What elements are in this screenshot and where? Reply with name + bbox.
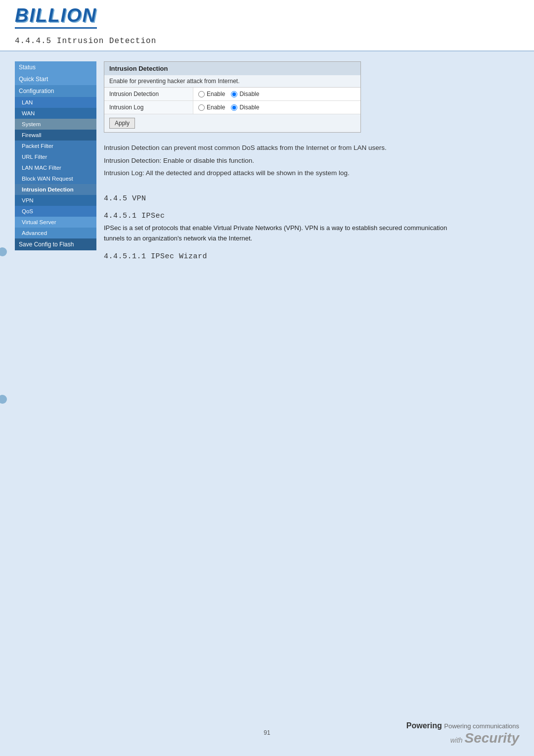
branding-with-security: with Security xyxy=(406,730,519,746)
description-para2: Intrusion Detection: Enable or disable t… xyxy=(104,155,450,166)
section-44511-heading: 4.4.5.1.1 IPSec Wizard xyxy=(104,252,519,261)
detection-value-2: Enable Disable xyxy=(193,101,360,114)
sidebar-item-lan-mac-filter[interactable]: LAN MAC Filter xyxy=(15,162,96,173)
detection-panel-title: Intrusion Detection xyxy=(104,62,360,75)
sidebar-item-wan[interactable]: WAN xyxy=(15,108,96,119)
sidebar-item-qos[interactable]: QoS xyxy=(15,206,96,217)
apply-row: Apply xyxy=(104,114,360,132)
description-para1: Intrusion Detection can prevent most com… xyxy=(104,142,450,153)
sidebar-item-intrusion-detection[interactable]: Intrusion Detection xyxy=(15,184,96,195)
detection-panel: Intrusion Detection Enable for preventin… xyxy=(104,61,361,133)
sidebar-item-block-wan[interactable]: Block WAN Request xyxy=(15,173,96,184)
section-445-heading: 4.4.5 VPN xyxy=(104,194,519,203)
sidebar-item-lan[interactable]: LAN xyxy=(15,97,96,108)
detection-panel-subtitle: Enable for preventing hacker attack from… xyxy=(104,75,360,88)
detection-row-2: Intrusion Log Enable Disable xyxy=(104,101,360,114)
sidebar-item-advanced[interactable]: Advanced xyxy=(15,228,96,238)
decorative-circles xyxy=(0,247,7,542)
detection-disable-label-2[interactable]: Disable xyxy=(231,104,259,111)
detection-enable-radio-2[interactable] xyxy=(198,104,205,111)
header: BILLION 4.4.4.5 Intrusion Detection xyxy=(0,0,534,51)
detection-disable-label-1[interactable]: Disable xyxy=(231,91,259,97)
detection-label-2: Intrusion Log xyxy=(104,101,193,114)
page-number: 91 xyxy=(264,729,270,736)
detection-value-1: Enable Disable xyxy=(193,88,360,100)
sidebar-item-status[interactable]: Status xyxy=(15,61,96,73)
detection-row-1: Intrusion Detection Enable Disable xyxy=(104,88,360,101)
deco-circle-2 xyxy=(0,395,7,404)
main-layout: Status Quick Start Configuration LAN WAN… xyxy=(0,51,534,274)
branding: Powering Powering communications with Se… xyxy=(406,721,519,746)
sidebar-item-system[interactable]: System xyxy=(15,119,96,130)
branding-security-text: Security xyxy=(465,730,520,746)
sidebar-item-firewall[interactable]: Firewall xyxy=(15,130,96,141)
detection-disable-text-2: Disable xyxy=(239,104,259,111)
detection-disable-radio-2[interactable] xyxy=(231,104,237,111)
section-4451-heading: 4.4.5.1 IPSec xyxy=(104,212,519,220)
page-heading: 4.4.4.5 Intrusion Detection xyxy=(15,32,519,50)
sidebar-item-virtual-server[interactable]: Virtual Server xyxy=(15,217,96,228)
description-area: Intrusion Detection can prevent most com… xyxy=(104,133,450,186)
logo: BILLION xyxy=(15,5,97,29)
detection-enable-radio-1[interactable] xyxy=(198,91,205,97)
apply-button[interactable]: Apply xyxy=(109,118,135,129)
content-area: Intrusion Detection Enable for preventin… xyxy=(104,61,519,264)
sidebar-item-packet-filter[interactable]: Packet Filter xyxy=(15,141,96,151)
detection-enable-text-2: Enable xyxy=(207,104,225,111)
detection-enable-label-2[interactable]: Enable xyxy=(198,104,225,111)
sidebar-item-configuration[interactable]: Configuration xyxy=(15,85,96,97)
sidebar-item-url-filter[interactable]: URL Filter xyxy=(15,151,96,162)
detection-enable-text-1: Enable xyxy=(207,91,225,97)
sidebar-item-vpn[interactable]: VPN xyxy=(15,195,96,206)
section-4451-body: IPSec is a set of protocols that enable … xyxy=(104,223,450,244)
description-para3: Intrusion Log: All the detected and drop… xyxy=(104,168,450,179)
deco-circle-1 xyxy=(0,247,7,256)
detection-enable-label-1[interactable]: Enable xyxy=(198,91,225,97)
logo-area: BILLION xyxy=(15,5,519,32)
branding-with-text: with xyxy=(450,736,465,744)
sidebar: Status Quick Start Configuration LAN WAN… xyxy=(15,61,96,264)
detection-disable-radio-1[interactable] xyxy=(231,91,237,97)
sidebar-item-quickstart[interactable]: Quick Start xyxy=(15,73,96,85)
branding-powering: Powering Powering communications xyxy=(406,721,519,730)
detection-label-1: Intrusion Detection xyxy=(104,88,193,100)
sidebar-item-save-config[interactable]: Save Config to Flash xyxy=(15,238,96,250)
detection-disable-text-1: Disable xyxy=(239,91,259,97)
